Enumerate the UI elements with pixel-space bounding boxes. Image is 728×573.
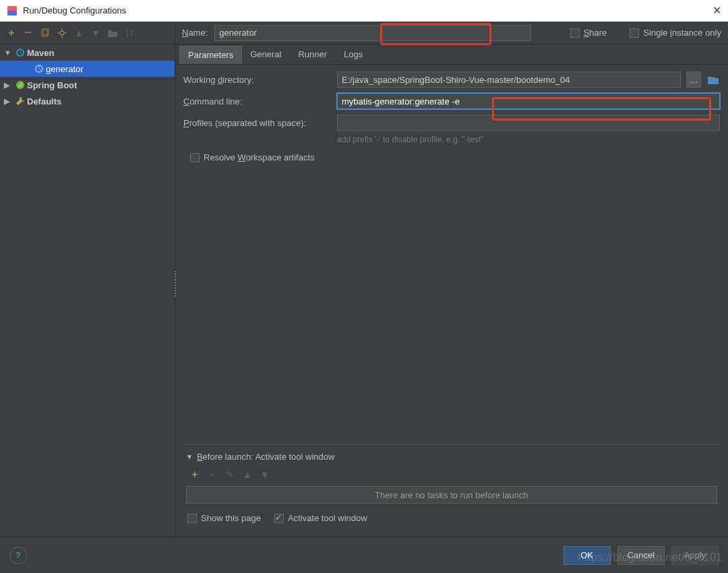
chevron-down-icon: ▼ (4, 49, 13, 57)
checkbox-icon (190, 153, 200, 162)
chevron-right-icon: ▶ (4, 81, 13, 90)
show-this-page-checkbox[interactable]: Show this page (187, 513, 261, 523)
move-task-down-icon[interactable]: ▼ (257, 467, 272, 482)
tab-parameters[interactable]: Parameters (179, 46, 242, 64)
close-icon[interactable]: ✕ (712, 4, 721, 17)
tree-item-maven[interactable]: ▼ Maven (0, 44, 175, 61)
copy-config-icon[interactable] (38, 26, 53, 40)
settings-config-icon[interactable] (55, 26, 69, 40)
single-instance-label: Single instance only (643, 28, 721, 38)
name-input[interactable] (214, 25, 531, 41)
before-launch-title: Before launch: Activate tool window (197, 452, 335, 462)
before-launch-empty: There are no tasks to run before launch (186, 486, 717, 504)
cancel-button[interactable]: Cancel (617, 546, 665, 565)
before-launch-header[interactable]: ▼ Before launch: Activate tool window (186, 449, 717, 464)
apply-button[interactable]: Apply (671, 546, 719, 565)
dialog-footer: ? OK Cancel Apply (0, 537, 728, 573)
profiles-row: Profiles (separated with space): (183, 115, 720, 131)
help-button[interactable]: ? (9, 547, 27, 564)
main-panel: Name: Share Single instance only Paramet… (175, 22, 728, 537)
spring-icon (13, 80, 27, 90)
maven-icon (13, 48, 27, 57)
before-launch-section: ▼ Before launch: Activate tool window + … (183, 444, 720, 530)
folder-icon[interactable] (105, 26, 120, 40)
tab-general[interactable]: General (242, 46, 290, 64)
sort-icon[interactable] (122, 26, 137, 40)
activate-tool-window-checkbox[interactable]: Activate tool window (274, 513, 367, 523)
command-line-label: Command line: (183, 96, 332, 107)
tree-item-defaults[interactable]: ▶ Defaults (0, 93, 175, 109)
share-label: Share (584, 28, 607, 38)
move-up-icon[interactable]: ▲ (71, 26, 86, 40)
app-body: + − ▲ ▼ ▼ (0, 22, 728, 573)
checkbox-icon (570, 28, 580, 38)
move-down-icon[interactable]: ▼ (88, 26, 103, 40)
single-instance-checkbox[interactable]: Single instance only (630, 28, 721, 38)
move-task-up-icon[interactable]: ▲ (240, 467, 255, 482)
checkbox-checked-icon (274, 514, 284, 523)
chevron-down-icon: ▼ (186, 453, 193, 460)
tab-runner[interactable]: Runner (290, 46, 336, 64)
tree-item-generator[interactable]: generator (0, 61, 175, 77)
activate-tool-window-label: Activate tool window (288, 513, 367, 523)
name-row: Name: Share Single instance only (175, 22, 728, 44)
content: + − ▲ ▼ ▼ (0, 22, 728, 537)
sidebar-toolbar: + − ▲ ▼ (0, 22, 175, 44)
wrench-icon (13, 96, 27, 106)
add-task-icon[interactable]: + (187, 467, 202, 482)
tree-label: Defaults (27, 96, 61, 107)
profiles-input[interactable] (337, 115, 720, 131)
maven-icon (32, 64, 46, 73)
sidebar: + − ▲ ▼ ▼ (0, 22, 175, 537)
ok-button[interactable]: OK (564, 546, 611, 565)
before-launch-toolbar: + − ✎ ▲ ▼ (186, 464, 717, 485)
working-dir-input[interactable] (337, 71, 681, 88)
checkbox-icon (187, 514, 197, 523)
svg-point-7 (16, 81, 24, 89)
command-line-row: Command line: (183, 93, 720, 109)
app-logo-icon (7, 5, 18, 16)
before-launch-checks: Show this page Activate tool window (186, 509, 717, 527)
command-line-input[interactable] (337, 93, 720, 109)
working-dir-label: Working directory: (183, 75, 332, 85)
tabs: Parameters General Runner Logs (175, 46, 728, 65)
browse-button[interactable]: … (686, 71, 701, 88)
resolve-workspace-label: Resolve Workspace artifacts (204, 152, 315, 162)
tree-item-springboot[interactable]: ▶ Spring Boot (0, 77, 175, 93)
profiles-label: Profiles (separated with space): (183, 118, 332, 128)
tree-label: Maven (27, 48, 54, 58)
tab-logs[interactable]: Logs (336, 46, 371, 64)
tree-label: generator (46, 64, 84, 74)
folder-open-icon[interactable] (706, 72, 720, 87)
titlebar: Run/Debug Configurations ✕ (0, 0, 728, 22)
remove-config-icon[interactable]: − (21, 26, 36, 40)
window-title: Run/Debug Configurations (23, 5, 712, 16)
working-dir-row: Working directory: … (183, 71, 720, 88)
parameters-form: Working directory: … Command line: Profi… (175, 65, 728, 537)
profiles-hint: add prefix '-' to disable profile, e.g. … (183, 135, 720, 144)
remove-task-icon[interactable]: − (205, 467, 220, 482)
name-label: Name: (182, 28, 208, 38)
add-config-icon[interactable]: + (4, 26, 19, 40)
svg-point-4 (60, 31, 64, 35)
share-checkbox[interactable]: Share (570, 28, 607, 38)
splitter-handle[interactable] (173, 271, 177, 298)
tree-label: Spring Boot (27, 80, 77, 90)
edit-task-icon[interactable]: ✎ (222, 467, 237, 482)
chevron-right-icon: ▶ (4, 97, 13, 106)
svg-rect-1 (7, 11, 17, 16)
resolve-workspace-checkbox[interactable]: Resolve Workspace artifacts (190, 152, 720, 162)
config-tree: ▼ Maven generator ▶ (0, 44, 175, 537)
checkbox-icon (630, 28, 639, 38)
show-this-page-label: Show this page (201, 513, 261, 523)
